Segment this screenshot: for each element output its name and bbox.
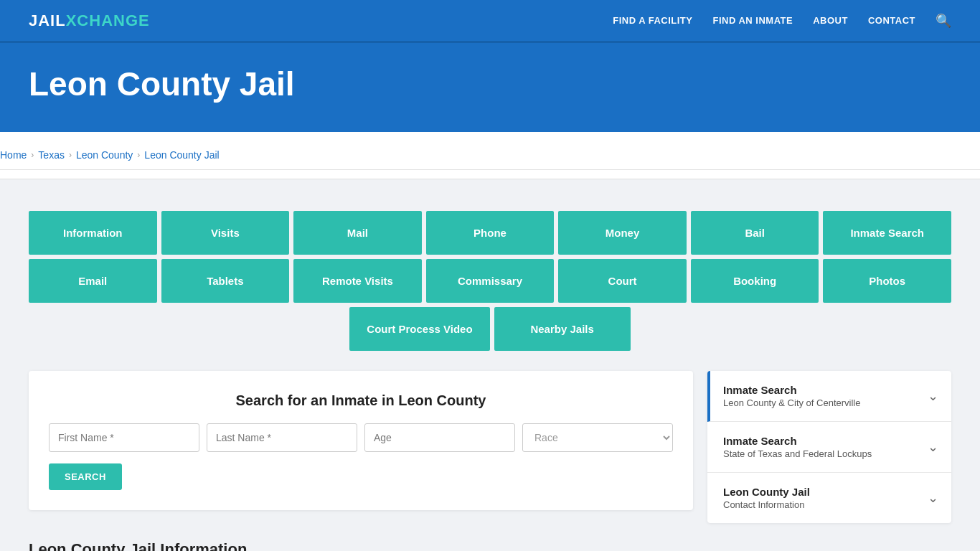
lower-section: Search for an Inmate in Leon County Race… [29,371,951,523]
first-name-input[interactable] [49,423,199,452]
button-grid-row2: Email Tablets Remote Visits Commissary C… [29,259,951,303]
breadcrumb-home[interactable]: Home [0,149,27,161]
btn-phone[interactable]: Phone [426,211,555,255]
age-input[interactable] [364,423,515,452]
main-content: Information Visits Mail Phone Money Bail… [29,194,951,551]
breadcrumb-wrapper: Home › Texas › Leon County › Leon County… [0,132,980,179]
chevron-down-icon-0: ⌄ [928,388,938,404]
btn-booking[interactable]: Booking [691,259,819,303]
sidebar-item-0[interactable]: Inmate Search Leon County & City of Cent… [707,371,951,422]
sidebar-item-sub-2: Contact Information [723,499,810,510]
breadcrumb-leon-county-jail[interactable]: Leon County Jail [144,149,219,161]
sidebar-item-sub-0: Leon County & City of Centerville [723,397,860,408]
btn-visits[interactable]: Visits [161,211,290,255]
sidebar-item-label-0: Inmate Search [723,384,860,396]
last-name-input[interactable] [207,423,357,452]
sidebar-item-text-0: Inmate Search Leon County & City of Cent… [723,384,860,408]
breadcrumb-sep-2: › [69,150,72,160]
content-wrapper: Information Visits Mail Phone Money Bail… [0,179,980,551]
btn-email[interactable]: Email [29,259,157,303]
nav-about[interactable]: ABOUT [813,15,848,26]
btn-nearby-jails[interactable]: Nearby Jails [494,307,631,351]
breadcrumb-leon-county[interactable]: Leon County [76,149,133,161]
chevron-down-icon-2: ⌄ [928,490,938,506]
main-nav: FIND A FACILITY FIND AN INMATE ABOUT CON… [613,13,951,29]
header: JAILXCHANGE FIND A FACILITY FIND AN INMA… [0,0,980,43]
btn-inmate-search[interactable]: Inmate Search [823,211,951,255]
sidebar-item-1[interactable]: Inmate Search State of Texas and Federal… [707,422,951,473]
sidebar-item-sub-1: State of Texas and Federal Lockups [723,448,872,459]
sidebar-item-label-2: Leon County Jail [723,486,810,498]
btn-mail[interactable]: Mail [293,211,422,255]
logo-part2: XCHANGE [66,11,150,29]
btn-commissary[interactable]: Commissary [426,259,555,303]
logo-part1: JAIL [29,11,66,29]
search-button[interactable]: SEARCH [49,463,122,490]
sidebar-item-2[interactable]: Leon County Jail Contact Information ⌄ [707,473,951,523]
logo[interactable]: JAILXCHANGE [29,11,150,30]
nav-find-inmate[interactable]: FIND AN INMATE [712,15,793,26]
breadcrumb: Home › Texas › Leon County › Leon County… [0,141,980,170]
hero-banner: Leon County Jail [0,43,980,132]
sidebar-item-label-1: Inmate Search [723,435,872,447]
search-panel-title: Search for an Inmate in Leon County [49,392,673,409]
btn-money[interactable]: Money [558,211,687,255]
section-heading: Leon County Jail Information [29,540,951,551]
sidebar-item-text-1: Inmate Search State of Texas and Federal… [723,435,872,459]
sidebar: Inmate Search Leon County & City of Cent… [707,371,951,523]
race-select[interactable]: Race White Black Hispanic Asian Other [522,423,673,452]
button-grid-row3: Court Process Video Nearby Jails [29,307,951,351]
btn-tablets[interactable]: Tablets [161,259,290,303]
btn-information[interactable]: Information [29,211,157,255]
btn-court[interactable]: Court [558,259,687,303]
sidebar-item-text-2: Leon County Jail Contact Information [723,486,810,510]
search-fields: Race White Black Hispanic Asian Other [49,423,673,452]
btn-remote-visits[interactable]: Remote Visits [293,259,422,303]
breadcrumb-sep-1: › [31,150,34,160]
chevron-down-icon-1: ⌄ [928,439,938,455]
btn-bail[interactable]: Bail [691,211,819,255]
breadcrumb-texas[interactable]: Texas [38,149,65,161]
nav-find-facility[interactable]: FIND A FACILITY [613,15,692,26]
button-grid-row1: Information Visits Mail Phone Money Bail… [29,211,951,255]
breadcrumb-sep-3: › [137,150,140,160]
page-title: Leon County Jail [29,65,951,103]
btn-photos[interactable]: Photos [823,259,951,303]
nav-contact[interactable]: CONTACT [868,15,915,26]
search-icon[interactable]: 🔍 [936,13,951,29]
btn-court-process-video[interactable]: Court Process Video [349,307,489,351]
inmate-search-panel: Search for an Inmate in Leon County Race… [29,371,693,510]
